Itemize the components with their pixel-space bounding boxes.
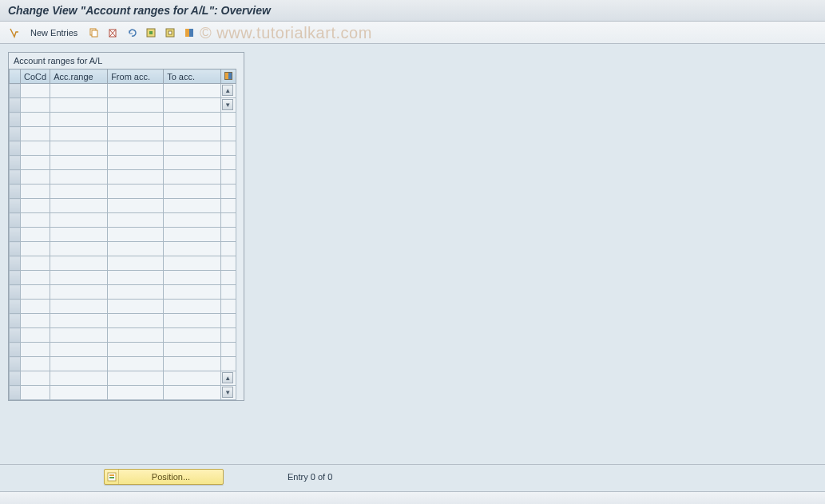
- cell[interactable]: [21, 84, 50, 98]
- col-accrange[interactable]: Acc.range: [50, 69, 108, 84]
- cell[interactable]: [164, 170, 221, 185]
- cell[interactable]: [50, 328, 108, 343]
- cell[interactable]: [164, 314, 221, 328]
- col-config[interactable]: [221, 69, 236, 84]
- cell[interactable]: [108, 242, 164, 256]
- row-selector[interactable]: [10, 185, 21, 199]
- cell[interactable]: [50, 386, 108, 400]
- cell[interactable]: [164, 371, 221, 386]
- cell[interactable]: [21, 300, 50, 314]
- row-selector[interactable]: [10, 84, 21, 98]
- cell[interactable]: [50, 213, 108, 228]
- cell[interactable]: [108, 84, 164, 98]
- new-entries-button[interactable]: New Entries: [26, 26, 82, 39]
- scroll-down-bottom-icon[interactable]: ▼: [222, 387, 233, 398]
- cell[interactable]: [164, 271, 221, 285]
- row-selector[interactable]: [10, 199, 21, 213]
- row-selector[interactable]: [10, 386, 21, 400]
- cell[interactable]: [108, 185, 164, 199]
- cell[interactable]: [108, 113, 164, 127]
- cell[interactable]: [21, 141, 50, 156]
- row-selector[interactable]: [10, 228, 21, 242]
- cell[interactable]: [108, 328, 164, 343]
- row-selector[interactable]: [10, 98, 21, 113]
- cell[interactable]: [50, 185, 108, 199]
- cell[interactable]: [50, 228, 108, 242]
- cell[interactable]: [164, 98, 221, 113]
- scroll-up-icon[interactable]: ▲: [222, 85, 233, 96]
- cell[interactable]: [108, 271, 164, 285]
- cell[interactable]: [108, 228, 164, 242]
- cell[interactable]: [21, 199, 50, 213]
- cell[interactable]: [50, 84, 108, 98]
- cell[interactable]: [21, 256, 50, 271]
- cell[interactable]: [50, 199, 108, 213]
- cell[interactable]: [50, 285, 108, 300]
- cell[interactable]: [164, 213, 221, 228]
- cell[interactable]: [164, 242, 221, 256]
- cell[interactable]: [21, 328, 50, 343]
- cell[interactable]: [21, 228, 50, 242]
- col-cocd[interactable]: CoCd: [21, 69, 50, 84]
- row-selector[interactable]: [10, 141, 21, 156]
- row-selector[interactable]: [10, 271, 21, 285]
- cell[interactable]: [164, 127, 221, 141]
- cell[interactable]: [164, 386, 221, 400]
- cell[interactable]: [21, 242, 50, 256]
- row-selector[interactable]: [10, 113, 21, 127]
- scroll-up-bottom-icon[interactable]: ▲: [222, 372, 233, 383]
- config-icon[interactable]: [181, 25, 197, 41]
- toggle-icon[interactable]: [6, 25, 22, 41]
- cell[interactable]: [164, 156, 221, 170]
- cell[interactable]: [164, 256, 221, 271]
- cell[interactable]: [164, 285, 221, 300]
- row-selector[interactable]: [10, 314, 21, 328]
- cell[interactable]: [108, 343, 164, 357]
- cell[interactable]: [21, 271, 50, 285]
- cell[interactable]: [164, 228, 221, 242]
- cell[interactable]: [164, 300, 221, 314]
- cell[interactable]: [108, 199, 164, 213]
- select-all-icon[interactable]: [143, 25, 159, 41]
- cell[interactable]: [50, 113, 108, 127]
- cell[interactable]: [108, 314, 164, 328]
- cell[interactable]: [108, 141, 164, 156]
- cell[interactable]: [50, 314, 108, 328]
- cell[interactable]: [50, 156, 108, 170]
- cell[interactable]: [50, 170, 108, 185]
- cell[interactable]: [108, 170, 164, 185]
- cell[interactable]: [50, 242, 108, 256]
- position-button[interactable]: Position...: [104, 469, 224, 485]
- row-selector[interactable]: [10, 328, 21, 343]
- cell[interactable]: [21, 98, 50, 113]
- scroll-down-icon[interactable]: ▼: [222, 99, 233, 110]
- cell[interactable]: [21, 314, 50, 328]
- cell[interactable]: [50, 98, 108, 113]
- cell[interactable]: [164, 199, 221, 213]
- cell[interactable]: [50, 300, 108, 314]
- cell[interactable]: [108, 256, 164, 271]
- cell[interactable]: [50, 256, 108, 271]
- cell[interactable]: [50, 127, 108, 141]
- cell[interactable]: [21, 185, 50, 199]
- row-selector[interactable]: [10, 213, 21, 228]
- cell[interactable]: [108, 357, 164, 371]
- cell[interactable]: [164, 113, 221, 127]
- cell[interactable]: [21, 343, 50, 357]
- cell[interactable]: [50, 371, 108, 386]
- row-selector[interactable]: [10, 285, 21, 300]
- col-toacc[interactable]: To acc.: [164, 69, 221, 84]
- cell[interactable]: [164, 84, 221, 98]
- select-all-header[interactable]: [10, 69, 21, 84]
- cell[interactable]: [108, 371, 164, 386]
- cell[interactable]: [21, 371, 50, 386]
- delete-icon[interactable]: [105, 25, 121, 41]
- cell[interactable]: [21, 285, 50, 300]
- deselect-all-icon[interactable]: [162, 25, 178, 41]
- undo-icon[interactable]: [124, 25, 140, 41]
- row-selector[interactable]: [10, 357, 21, 371]
- copy-icon[interactable]: [85, 25, 101, 41]
- cell[interactable]: [21, 386, 50, 400]
- cell[interactable]: [21, 127, 50, 141]
- cell[interactable]: [50, 357, 108, 371]
